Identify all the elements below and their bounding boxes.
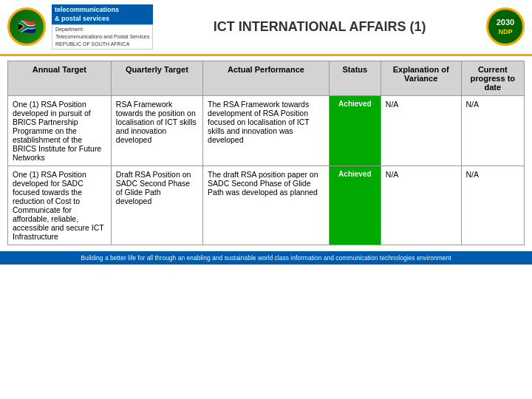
page-footer: Building a better life for all through a… xyxy=(0,251,532,265)
page-title: ICT INTERNATIONAL AFFAIRS (1) xyxy=(153,19,486,35)
row1-current: N/A xyxy=(461,95,524,166)
ndp-label: NDP xyxy=(498,28,512,37)
row1-actual: The RSA Framework towards development of… xyxy=(203,95,330,166)
department-logo: telecommunications& postal services Depa… xyxy=(52,4,153,50)
main-content: Annual Target Quarterly Target Actual Pe… xyxy=(0,56,532,248)
header-left: 🇿🇦 telecommunications& postal services D… xyxy=(7,4,153,50)
col-header-quarterly: Quarterly Target xyxy=(111,61,202,95)
col-header-explanation: Explanation of Variance xyxy=(381,61,461,95)
row1-status: Achieved xyxy=(329,95,381,166)
col-header-current: Current progress to date xyxy=(461,61,524,95)
row2-quarterly: Draft RSA Position on SADC Second Phase … xyxy=(111,166,202,245)
table-row: One (1) RSA Position developed for SADC … xyxy=(8,166,525,245)
dept-name-bottom: Department:Telecommunications and Postal… xyxy=(52,24,153,49)
col-header-annual: Annual Target xyxy=(8,61,112,95)
table-header-row: Annual Target Quarterly Target Actual Pe… xyxy=(8,61,525,95)
row2-actual: The draft RSA position paper on SADC Sec… xyxy=(203,166,330,245)
row1-annual: One (1) RSA Position developed in pursui… xyxy=(8,95,112,166)
col-header-actual: Actual Performance xyxy=(203,61,330,95)
table-row: One (1) RSA Position developed in pursui… xyxy=(8,95,525,166)
row1-quarterly: RSA Framework towards the position on lo… xyxy=(111,95,202,166)
ndp-year: 2030 xyxy=(497,17,514,27)
page-header: 🇿🇦 telecommunications& postal services D… xyxy=(0,0,532,56)
footer-text: Building a better life for all through a… xyxy=(81,254,451,262)
ndp-badge: 2030 NDP xyxy=(486,7,525,46)
performance-table: Annual Target Quarterly Target Actual Pe… xyxy=(7,61,525,245)
row2-annual: One (1) RSA Position developed for SADC … xyxy=(8,166,112,245)
row2-status: Achieved xyxy=(329,166,381,245)
row2-explanation: N/A xyxy=(381,166,461,245)
header-right: 2030 NDP xyxy=(486,7,525,46)
row2-current: N/A xyxy=(461,166,524,245)
col-header-status: Status xyxy=(329,61,381,95)
dept-name-top: telecommunications& postal services xyxy=(52,4,153,24)
row1-explanation: N/A xyxy=(381,95,461,166)
coat-of-arms-logo: 🇿🇦 xyxy=(7,7,46,46)
